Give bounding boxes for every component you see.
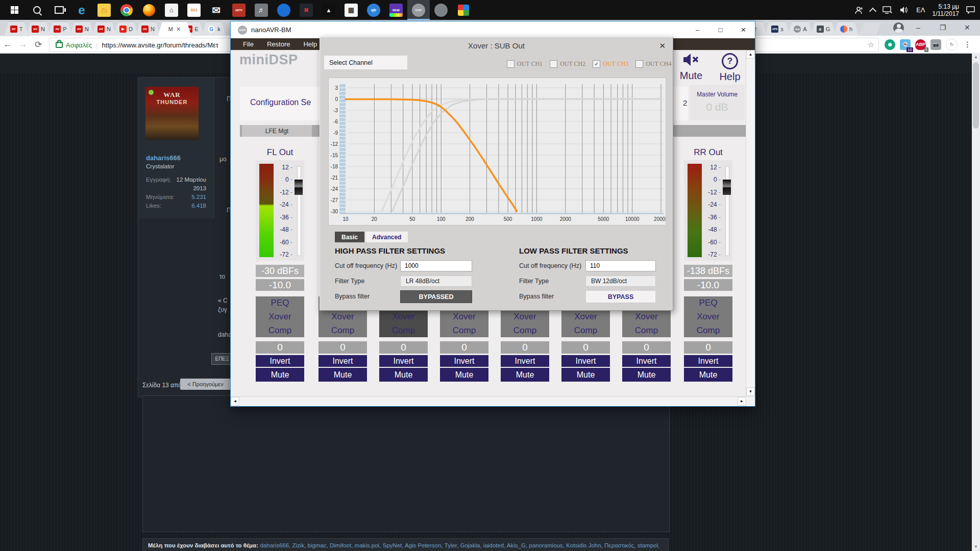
clock[interactable]: 5:13 μμ 1/11/2017: [933, 3, 960, 17]
url-text[interactable]: https://www.avsite.gr/forum/threads/Μετ: [102, 41, 218, 49]
peq-button[interactable]: PEQ: [684, 298, 732, 308]
browser-tab[interactable]: AVT: [4, 21, 29, 36]
checkbox-icon[interactable]: [550, 60, 557, 68]
hdtv-icon[interactable]: HDTV: [228, 0, 250, 20]
slider-handle[interactable]: [295, 180, 303, 195]
app-vertical-scrollbar[interactable]: ▲ ▼: [746, 50, 755, 396]
gain-slider[interactable]: [295, 165, 303, 257]
app-horizontal-scrollbar[interactable]: ◄ ►: [231, 396, 755, 406]
chevron-up-icon[interactable]: [870, 7, 875, 14]
browser-tab[interactable]: AVN: [70, 21, 94, 36]
invert-button[interactable]: Invert: [622, 355, 671, 367]
invert-button[interactable]: Invert: [684, 355, 732, 367]
search-icon[interactable]: [26, 0, 48, 20]
scroll-thumb[interactable]: [973, 62, 979, 129]
display-network-icon[interactable]: [883, 6, 893, 14]
audio-player-icon[interactable]: [273, 0, 295, 20]
action-center-icon[interactable]: [966, 6, 975, 14]
tab-basic[interactable]: Basic: [335, 232, 364, 242]
checkbox-icon[interactable]: [507, 60, 514, 68]
slider-handle[interactable]: [723, 180, 731, 195]
calculator-icon[interactable]: ▦: [340, 0, 362, 20]
media-app-icon[interactable]: ♬: [250, 0, 273, 20]
scroll-right-icon[interactable]: ►: [738, 397, 746, 406]
comp-button[interactable]: Comp: [684, 325, 732, 336]
invert-button[interactable]: Invert: [318, 355, 367, 367]
task-view-icon[interactable]: [48, 0, 70, 20]
comp-button[interactable]: Comp: [501, 325, 549, 336]
menu-item-file[interactable]: File: [243, 40, 254, 48]
lp-cutoff-input[interactable]: 110: [585, 260, 656, 271]
avatar[interactable]: WAR THUNDER: [145, 87, 199, 140]
xover-button[interactable]: Xover: [256, 312, 304, 322]
extension-eye-icon[interactable]: ◉: [885, 39, 895, 50]
tiles-app-icon[interactable]: [452, 0, 475, 20]
hp-cutoff-input[interactable]: 1000: [400, 260, 472, 271]
comp-button[interactable]: Comp: [256, 325, 304, 336]
scroll-down-icon[interactable]: ▼: [746, 387, 755, 396]
minidsp-app-icon[interactable]: DSP: [407, 0, 430, 20]
browser-maximize-button[interactable]: ❐: [940, 23, 946, 32]
xover-button[interactable]: Xover: [622, 312, 671, 322]
browser-tab[interactable]: AVP: [48, 21, 72, 36]
lp-bypass-button[interactable]: BYPASS: [585, 290, 656, 303]
language-indicator[interactable]: ΕΛ: [916, 6, 925, 14]
aimp-icon[interactable]: ✖: [295, 0, 317, 20]
menu-item-restore[interactable]: Restore: [267, 40, 290, 48]
out-channel-checkbox[interactable]: ✓OUT CH3: [593, 60, 628, 68]
mute-button[interactable]: Mute: [318, 368, 367, 382]
previous-page-button[interactable]: < Προηγούμεν: [180, 379, 231, 390]
gain-slider[interactable]: [723, 165, 731, 257]
kmplayer-icon[interactable]: 321: [183, 0, 205, 20]
file-explorer-icon[interactable]: 🗀: [93, 0, 115, 20]
lp-filter-type-select[interactable]: BW 12dB/oct: [585, 276, 656, 287]
out-channel-checkbox[interactable]: OUT CH4: [635, 60, 671, 68]
checkbox-icon[interactable]: [635, 60, 643, 68]
xover-button[interactable]: Xover: [501, 312, 549, 322]
stat-value[interactable]: 5.231: [191, 193, 206, 202]
xover-button[interactable]: Xover: [561, 312, 610, 322]
browser-menu-icon[interactable]: ⋮: [962, 39, 973, 50]
post-author-name[interactable]: daharis666: [146, 154, 181, 162]
chrome-icon[interactable]: [115, 0, 138, 20]
invert-button[interactable]: Invert: [501, 355, 549, 367]
checkbox-icon[interactable]: ✓: [593, 60, 600, 68]
invert-button[interactable]: Invert: [440, 355, 488, 367]
select-channel-button[interactable]: Select Channel: [324, 56, 407, 69]
edit-post-button[interactable]: ΕΠΕΞ: [211, 353, 233, 365]
browser-tab[interactable]: Μ✕: [158, 21, 191, 36]
comp-button[interactable]: Comp: [440, 325, 488, 336]
app-close-button[interactable]: ✕: [732, 26, 755, 34]
browser-profile-icon[interactable]: [893, 22, 904, 33]
adblock-plus-icon[interactable]: ABP5: [915, 39, 926, 50]
sphere-app-icon[interactable]: [430, 0, 452, 20]
quick-reply-editor[interactable]: [142, 395, 670, 532]
rew-icon[interactable]: REW: [385, 0, 407, 20]
master-mute-button[interactable]: Mute: [676, 53, 706, 82]
screenshot-camera-icon[interactable]: 📷: [930, 39, 941, 50]
browser-close-button[interactable]: ✕: [964, 23, 970, 32]
comp-button[interactable]: Comp: [379, 325, 428, 336]
browser-tab[interactable]: h: [834, 21, 859, 36]
app-minimize-button[interactable]: –: [686, 26, 709, 34]
browser-scrollbar[interactable]: ▲ ▼: [972, 53, 980, 551]
ghostery-icon[interactable]: 👻10: [900, 39, 911, 50]
out-channel-checkbox[interactable]: OUT CH2: [550, 60, 585, 68]
browser-tab[interactable]: ▶D: [114, 21, 138, 36]
bookmark-star-icon[interactable]: ☆: [868, 40, 874, 49]
comp-button[interactable]: Comp: [318, 325, 367, 336]
mute-button[interactable]: Mute: [622, 368, 671, 382]
app-maximize-button[interactable]: □: [709, 26, 732, 34]
peq-button[interactable]: PEQ: [256, 298, 304, 308]
qbittorrent-icon[interactable]: qb: [362, 0, 385, 20]
xover-button[interactable]: Xover: [440, 312, 488, 322]
secure-lock-icon[interactable]: [56, 42, 63, 48]
scroll-down-icon[interactable]: ▼: [972, 543, 980, 551]
xover-button[interactable]: Xover: [318, 312, 367, 322]
browser-tab[interactable]: AVN: [136, 21, 160, 36]
mute-button[interactable]: Mute: [684, 368, 732, 382]
xover-button[interactable]: Xover: [379, 312, 428, 322]
new-tab-button[interactable]: [859, 22, 881, 35]
mute-button[interactable]: Mute: [256, 368, 304, 382]
browser-tab[interactable]: AVN: [26, 21, 51, 36]
